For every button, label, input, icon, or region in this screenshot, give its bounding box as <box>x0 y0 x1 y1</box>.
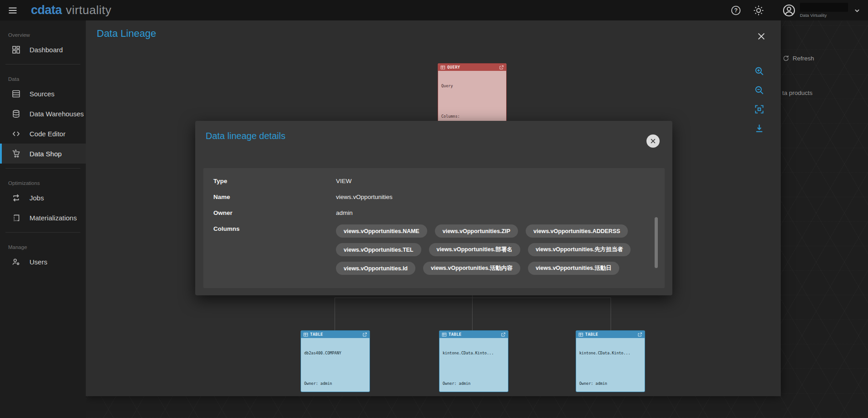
diagram-toolbar <box>754 66 764 134</box>
table-node-kintone-1[interactable]: TABLE kintone.CData.Kinto... Owner: admi… <box>439 330 508 392</box>
sidebar-section-overview: Overview <box>8 32 86 38</box>
users-gear-icon <box>11 257 21 267</box>
refresh-button[interactable]: Refresh <box>782 55 814 62</box>
app-logo: cdata virtuality <box>31 3 111 17</box>
sidebar-item-label: Code Editor <box>30 130 65 138</box>
svg-text:?: ? <box>734 7 738 14</box>
chevron-down-icon[interactable] <box>853 6 862 15</box>
column-chip[interactable]: views.vOpportunities.TEL <box>336 243 421 256</box>
modal-details-panel: Type VIEW Name views.vOpportunities Owne… <box>203 168 665 288</box>
external-link-icon[interactable] <box>499 65 504 70</box>
column-chip[interactable]: views.vOpportunities.先方担当者 <box>528 243 631 256</box>
sidebar-item-code-editor[interactable]: Code Editor <box>0 124 86 144</box>
node-owner: Owner: admin <box>443 381 505 387</box>
sidebar-divider <box>5 168 80 169</box>
column-chip[interactable]: views.vOpportunities.ADDERSS <box>526 224 628 238</box>
column-chips: views.vOpportunities.NAME views.vOpportu… <box>336 224 648 275</box>
sidebar-item-label: Data Warehouses <box>30 110 84 118</box>
zoom-out-icon[interactable] <box>754 85 764 95</box>
modal-close-button[interactable] <box>646 134 660 148</box>
top-bar: cdata virtuality ? D <box>0 0 868 20</box>
refresh-icon <box>782 55 789 62</box>
sidebar-item-label: Sources <box>30 90 54 98</box>
field-value: VIEW <box>336 177 352 184</box>
account-label: Data Virtuality <box>800 13 848 18</box>
field-label: Name <box>203 193 336 200</box>
help-icon[interactable]: ? <box>730 5 741 16</box>
sidebar-nav: Overview Dashboard Data Sources <box>0 20 86 418</box>
lineage-connector-vertical <box>472 294 473 330</box>
node-type-label: TABLE <box>585 332 636 337</box>
user-avatar-icon[interactable] <box>782 4 796 17</box>
field-row-owner: Owner admin <box>203 204 665 220</box>
fit-screen-icon[interactable] <box>754 104 764 114</box>
node-owner: Owner: admin <box>579 381 641 387</box>
sidebar-item-label: Materializations <box>30 214 77 222</box>
shopping-cart-icon <box>11 149 21 159</box>
field-label: Owner <box>203 209 336 216</box>
node-name: kintone.CData.Kinto... <box>579 351 641 356</box>
table-node-db2as400-company[interactable]: TABLE db2as400.COMPANY Owner: admin Colu… <box>301 330 370 392</box>
account-info[interactable]: Data Virtuality <box>800 3 848 18</box>
lineage-connector-vertical <box>335 298 335 330</box>
zoom-in-icon[interactable] <box>754 66 764 76</box>
column-chip[interactable]: views.vOpportunities.Id <box>336 262 415 275</box>
sidebar-item-materializations[interactable]: Materializations <box>0 208 86 228</box>
gear-icon[interactable] <box>753 5 764 16</box>
external-link-icon[interactable] <box>501 332 506 337</box>
column-chip[interactable]: views.vOpportunities.活動内容 <box>423 262 520 275</box>
materialization-icon <box>11 213 21 223</box>
database-icon <box>11 109 21 119</box>
node-type-label: QUERY <box>447 65 497 70</box>
node-name: Query <box>441 84 503 89</box>
field-value: views.vOpportunities <box>336 193 393 200</box>
columns-scrollbar[interactable] <box>655 217 658 268</box>
dashboard-icon <box>11 45 21 55</box>
column-chip[interactable]: views.vOpportunities.NAME <box>336 224 427 238</box>
column-chip[interactable]: views.vOpportunities.活動日 <box>528 262 619 275</box>
sync-arrows-icon <box>11 193 21 203</box>
sources-icon <box>11 89 21 99</box>
lineage-connector-horizontal <box>335 298 611 298</box>
sidebar-divider <box>5 232 80 233</box>
field-label: Type <box>203 177 336 184</box>
node-name: kintone.CData.Kinto... <box>443 351 505 356</box>
external-link-icon[interactable] <box>637 332 642 337</box>
sidebar-divider <box>5 64 80 65</box>
query-node[interactable]: QUERY Query Columns: views.vOpportunitie… <box>438 63 507 123</box>
field-row-name: Name views.vOpportunities <box>203 189 665 204</box>
external-link-icon[interactable] <box>362 332 367 337</box>
download-icon[interactable] <box>754 123 764 134</box>
code-icon <box>11 129 21 139</box>
node-type-label: TABLE <box>449 332 499 337</box>
sidebar-item-label: Dashboard <box>30 46 63 54</box>
sidebar-item-label: Jobs <box>30 194 44 202</box>
lineage-connector-vertical <box>611 298 611 330</box>
node-name: db2as400.COMPANY <box>304 351 366 356</box>
data-lineage-details-modal: Data lineage details Type VIEW Name view… <box>195 121 672 295</box>
column-chip[interactable]: views.vOpportunities.ZIP <box>435 224 518 238</box>
close-icon[interactable] <box>756 31 766 41</box>
column-chip[interactable]: views.vOpportunities.部署名 <box>429 243 520 256</box>
partially-hidden-text: ta products <box>782 90 813 96</box>
sidebar-item-sources[interactable]: Sources <box>0 84 86 104</box>
node-owner: Owner: admin <box>304 381 366 387</box>
sidebar-item-jobs[interactable]: Jobs <box>0 188 86 208</box>
node-type-label: TABLE <box>310 332 360 337</box>
logo-cdata: cdata <box>31 3 62 17</box>
hamburger-menu-icon[interactable] <box>7 5 19 16</box>
table-grid-icon <box>578 332 583 337</box>
field-value: admin <box>336 209 353 216</box>
sidebar-item-dashboard[interactable]: Dashboard <box>0 40 86 60</box>
table-grid-icon <box>440 65 445 70</box>
refresh-label: Refresh <box>793 55 814 62</box>
sidebar-section-optimizations: Optimizations <box>8 180 86 186</box>
field-label: Columns <box>203 224 336 232</box>
sidebar-item-data-warehouses[interactable]: Data Warehouses <box>0 104 86 124</box>
table-node-kintone-2[interactable]: TABLE kintone.CData.Kinto... Owner: admi… <box>576 330 645 392</box>
sidebar-item-users[interactable]: Users <box>0 252 86 272</box>
node-columns-label: Columns: <box>441 114 503 119</box>
sidebar-item-data-shop[interactable]: Data Shop <box>0 144 86 164</box>
table-grid-icon <box>442 332 447 337</box>
sidebar-item-label: Data Shop <box>30 150 62 158</box>
